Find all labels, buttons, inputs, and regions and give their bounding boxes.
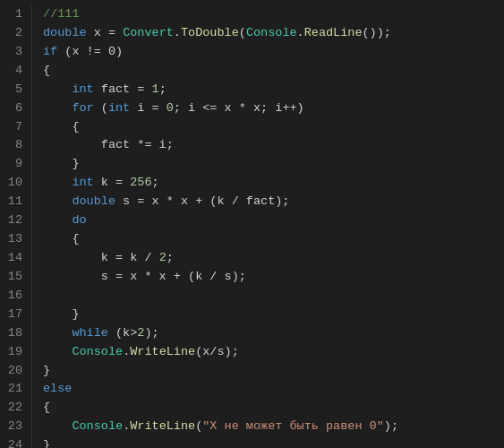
line-number: 12: [0, 211, 22, 230]
token: Console: [72, 419, 123, 433]
code-line: int fact = 1;: [43, 81, 504, 99]
line-number: 5: [0, 81, 22, 99]
code-line: double s = x * x + (k / fact);: [43, 193, 504, 211]
line-number: 1: [0, 5, 22, 24]
line-number: 7: [0, 118, 22, 137]
token: s = x * x + (k / s);: [43, 270, 246, 283]
code-line: s = x * x + (k / s);: [43, 268, 504, 287]
token: );: [144, 326, 158, 340]
token: if: [43, 45, 57, 58]
line-number: 2: [0, 24, 22, 43]
token: ReadLine: [304, 26, 363, 39]
token: ;: [159, 82, 167, 96]
token: 256: [130, 176, 151, 189]
code-line: fact *= i;: [43, 136, 504, 155]
code-line: while (k>2);: [43, 324, 504, 343]
line-number: 21: [0, 380, 22, 399]
line-numbers: 123456789101112131415161718192021222324: [0, 5, 32, 448]
token: x =: [87, 26, 124, 39]
token: WriteLine: [130, 419, 195, 433]
code-editor: 123456789101112131415161718192021222324 …: [0, 0, 504, 448]
line-number: 15: [0, 268, 22, 287]
token: [43, 176, 72, 189]
line-number: 24: [0, 436, 22, 448]
token: }: [43, 307, 80, 321]
code-line: {: [43, 62, 504, 81]
code-line: do: [43, 211, 504, 230]
code-line: {: [43, 230, 504, 249]
line-number: 11: [0, 193, 22, 211]
token: //111: [43, 7, 80, 21]
code-line: }: [43, 155, 504, 174]
token: [43, 82, 72, 96]
token: 2: [159, 251, 167, 264]
token: ;: [167, 251, 174, 264]
code-line: }: [43, 306, 504, 324]
token: s = x * x + (k / fact);: [115, 194, 289, 208]
line-number: 10: [0, 174, 22, 193]
code-line: double x = Convert.ToDouble(Console.Read…: [43, 24, 504, 43]
code-line: for (int i = 0; i <= x * x; i++): [43, 99, 504, 118]
token: k = k /: [43, 251, 159, 264]
code-line: k = k / 2;: [43, 249, 504, 268]
token: }: [43, 438, 50, 448]
token: );: [384, 419, 398, 433]
token: do: [72, 213, 86, 227]
token: while: [72, 326, 108, 340]
token: Console: [246, 26, 297, 39]
token: {: [43, 120, 80, 134]
token: double: [43, 26, 87, 39]
code-line: Console.WriteLine(x/s);: [43, 343, 504, 362]
line-number: 23: [0, 418, 22, 436]
line-number: 4: [0, 62, 22, 81]
token: }: [43, 364, 50, 377]
token: [43, 345, 72, 358]
code-content: //111double x = Convert.ToDouble(Console…: [32, 5, 504, 448]
token: [43, 194, 72, 208]
line-number: 6: [0, 99, 22, 118]
token: (k>: [108, 326, 137, 340]
line-number: 9: [0, 155, 22, 174]
code-line: else: [43, 380, 504, 399]
line-number: 19: [0, 343, 22, 362]
line-number: 14: [0, 249, 22, 268]
token: [43, 326, 72, 340]
line-number: 3: [0, 43, 22, 62]
line-number: 18: [0, 324, 22, 343]
token: 0: [167, 101, 174, 115]
token: .: [174, 26, 181, 39]
line-number: 16: [0, 287, 22, 306]
code-line: [43, 287, 504, 306]
line-number: 13: [0, 230, 22, 249]
token: fact =: [94, 82, 152, 96]
token: [43, 101, 72, 115]
token: (: [239, 26, 246, 39]
token: (: [94, 101, 108, 115]
token: [43, 419, 72, 433]
code-line: }: [43, 436, 504, 448]
token: i =: [130, 101, 167, 115]
token: (x != 0): [57, 45, 123, 58]
token: ; i <= x * x; i++): [174, 101, 304, 115]
token: 1: [152, 82, 159, 96]
token: {: [43, 401, 50, 414]
token: double: [72, 194, 115, 208]
token: "X не может быть равен 0": [202, 419, 384, 433]
token: WriteLine: [130, 345, 195, 358]
token: for: [72, 101, 93, 115]
code-line: if (x != 0): [43, 43, 504, 62]
code-line: //111: [43, 5, 504, 24]
token: ());: [363, 26, 391, 39]
token: ToDouble: [181, 26, 239, 39]
token: }: [43, 157, 80, 170]
line-number: 17: [0, 306, 22, 324]
token: Console: [72, 345, 123, 358]
token: (x/s);: [195, 345, 239, 358]
token: [43, 213, 72, 227]
token: .: [297, 26, 304, 39]
token: else: [43, 382, 72, 395]
token: ;: [152, 176, 159, 189]
token: k =: [94, 176, 131, 189]
code-line: int k = 256;: [43, 174, 504, 193]
code-line: Console.WriteLine("X не может быть равен…: [43, 418, 504, 436]
